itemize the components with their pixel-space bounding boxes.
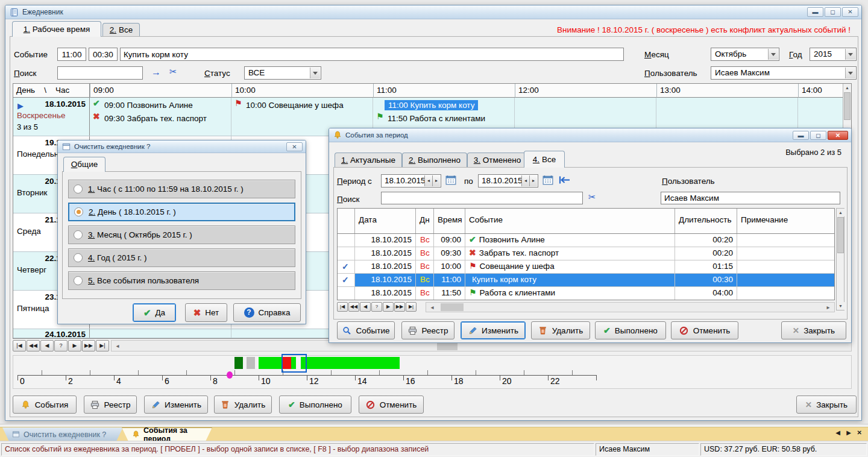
radio-option-month[interactable]: 3. Месяц ( Октябрь 2015 г. )	[68, 225, 295, 244]
row-select-indicator[interactable]	[338, 247, 355, 260]
day-cell[interactable]: 24.10.2015Суббота	[13, 329, 90, 338]
year-combo[interactable]: 2015	[810, 48, 857, 61]
hour-cell-09[interactable]: 09:00 Позвонить Алине 09:30 Забрать тех.…	[90, 98, 231, 136]
registry-button[interactable]: Реестр	[401, 321, 454, 339]
spin-right-icon[interactable]: ▸	[432, 175, 440, 186]
grid-event[interactable]: 11:50 Работа с клиентами	[373, 112, 514, 125]
day-cell[interactable]: ▶ 18.10.2015 Воскресенье 3 из 5	[13, 98, 90, 136]
cancel-button[interactable]: Отменить	[671, 321, 738, 339]
table-row[interactable]: 18.10.2015 Вс 11:50 Работа с клиентами 0…	[338, 287, 834, 300]
tab-completed[interactable]: 2. Выполнено	[402, 153, 467, 168]
minimize-button[interactable]: ▬	[793, 131, 809, 140]
dialog-close-button[interactable]: ✕	[286, 142, 303, 151]
close-button[interactable]: ✕	[842, 7, 858, 17]
help-button[interactable]: ? Справка	[233, 303, 301, 322]
nav-next-button[interactable]: ▶	[68, 340, 81, 351]
dialog-tab-general[interactable]: Общие	[63, 157, 105, 172]
scroll-left-icon[interactable]: ◂	[113, 341, 122, 350]
nav-first-button[interactable]: |◀	[13, 340, 26, 351]
chevron-down-icon[interactable]	[768, 49, 778, 60]
events-user-field[interactable]: Исаев Максим	[661, 192, 840, 204]
event-button[interactable]: Событие	[337, 321, 395, 339]
table-row[interactable]: 18.10.2015 Вс 09:30 Забрать тех. паспорт…	[338, 247, 834, 260]
scroll-right-icon[interactable]: ▸	[823, 303, 833, 311]
nav-next-button[interactable]: ▶	[383, 302, 394, 312]
edit-button[interactable]: Изменить	[461, 321, 526, 339]
grid-event[interactable]: 09:00 Позвонить Алине	[90, 99, 231, 112]
grid-event[interactable]: 09:30 Забрать тех. паспорт	[90, 112, 231, 125]
run-search-icon[interactable]: →	[151, 67, 161, 78]
maximize-button[interactable]: ◻	[825, 7, 841, 17]
nav-prev-button[interactable]: ◀	[360, 302, 371, 312]
nav-last-button[interactable]: ▶|	[406, 302, 417, 312]
table-row[interactable]: 18.10.2015 Вс 10:00 Совещание у шефа 01:…	[338, 260, 834, 274]
spin-right-icon[interactable]: ▸	[529, 175, 537, 186]
radio-option-day[interactable]: 2. День ( 18.10.2015 г. )	[68, 203, 295, 221]
events-search-input[interactable]	[381, 192, 583, 204]
tab-all-events[interactable]: 4. Все	[524, 151, 565, 168]
reset-period-arrow-icon[interactable]	[558, 175, 571, 184]
clear-search-scissors-icon[interactable]: ✂	[169, 66, 177, 77]
close-window-button[interactable]: ✕ Закрыть	[781, 321, 846, 339]
main-titlebar[interactable]: Ежедневник	[5, 5, 861, 19]
event-text-input[interactable]	[120, 48, 624, 61]
scroll-up-icon[interactable]: ▲	[837, 209, 844, 216]
table-vertical-scrollbar[interactable]: ▲ ▼	[836, 208, 844, 310]
events-titlebar[interactable]: События за период	[329, 128, 851, 142]
user-combo[interactable]: Исаев Максим	[711, 66, 857, 80]
grid-event-selected[interactable]: 11:00 Купить корм коту	[373, 99, 514, 112]
scroll-up-icon[interactable]: ▲	[843, 84, 851, 92]
row-select-indicator[interactable]	[338, 274, 355, 286]
tab-working-time[interactable]: 1. Рабочее время	[12, 21, 101, 37]
taskbar-tab-events[interactable]: События за период	[122, 427, 212, 441]
radio-option-year[interactable]: 4. Год ( 2015 г. )	[68, 248, 295, 267]
spin-left-icon[interactable]: ◂	[424, 175, 432, 186]
registry-button[interactable]: Реестр	[84, 396, 137, 414]
tab-close-icon[interactable]: ✕	[857, 429, 862, 436]
spin-left-icon[interactable]: ◂	[521, 175, 529, 186]
event-time-input[interactable]	[57, 48, 86, 61]
tab-scroll-right-icon[interactable]: ▶	[846, 429, 851, 436]
nav-fast-next-button[interactable]: ▶▶	[394, 302, 405, 312]
nav-last-button[interactable]: ▶|	[96, 340, 109, 351]
calendar-icon[interactable]	[445, 175, 456, 185]
nav-fast-prev-button[interactable]: ◀◀	[348, 302, 359, 312]
clear-search-scissors-icon[interactable]: ✂	[588, 192, 596, 203]
chevron-down-icon[interactable]	[845, 49, 855, 60]
chevron-down-icon[interactable]	[845, 68, 855, 78]
delete-button[interactable]: Удалить	[214, 396, 272, 414]
chevron-down-icon[interactable]	[310, 68, 320, 78]
radio-option-all[interactable]: 5. Все события пользователя	[68, 271, 295, 290]
month-combo[interactable]: Октябрь	[711, 48, 779, 61]
grid-event[interactable]: 10:00 Совещание у шефа	[231, 99, 373, 112]
tab-scroll-left-icon[interactable]: ◀	[835, 429, 840, 436]
close-button[interactable]: ✕	[828, 131, 848, 140]
nav-fast-next-button[interactable]: ▶▶	[82, 340, 95, 351]
maximize-button[interactable]: ◻	[810, 131, 826, 140]
table-horizontal-scrollbar[interactable]: ◂ ▸	[426, 302, 835, 312]
done-button[interactable]: Выполнено	[595, 321, 666, 339]
tab-actual[interactable]: 1. Актуальные	[335, 153, 402, 168]
no-button[interactable]: Нет	[185, 303, 227, 322]
events-button[interactable]: События	[13, 396, 77, 414]
period-to-field[interactable]: 18.10.2015 ◂▸	[478, 174, 538, 188]
delete-button[interactable]: Удалить	[531, 321, 590, 339]
taskbar-tab-clear-dialog[interactable]: Очистить ежедневник ?	[2, 427, 123, 441]
row-select-indicator[interactable]	[338, 287, 355, 300]
yes-button[interactable]: Да	[133, 303, 176, 322]
tab-cancelled[interactable]: 3. Отменено	[467, 153, 527, 168]
tab-all[interactable]: 2. Все	[102, 23, 140, 37]
nav-help-button[interactable]: ?	[371, 302, 382, 312]
nav-fast-prev-button[interactable]: ◀◀	[27, 340, 40, 351]
scroll-left-icon[interactable]: ◂	[427, 303, 437, 311]
calendar-icon[interactable]	[542, 175, 553, 185]
events-table[interactable]: Дата Дн Время Событие Длительность Приме…	[337, 208, 835, 300]
table-row[interactable]: 18.10.2015 Вс 09:00 Позвонить Алине 00:2…	[338, 234, 834, 247]
close-window-button[interactable]: ✕ Закрыть	[796, 396, 857, 414]
table-row-selected[interactable]: 18.10.2015 Вс 11:00 Купить корм коту 00:…	[338, 274, 834, 287]
nav-first-button[interactable]: |◀	[337, 302, 348, 312]
done-button[interactable]: Выполнено	[279, 396, 351, 414]
nav-help-button[interactable]: ?	[54, 340, 68, 351]
search-input[interactable]	[57, 66, 143, 80]
period-from-field[interactable]: 18.10.2015 ◂▸	[381, 174, 441, 188]
